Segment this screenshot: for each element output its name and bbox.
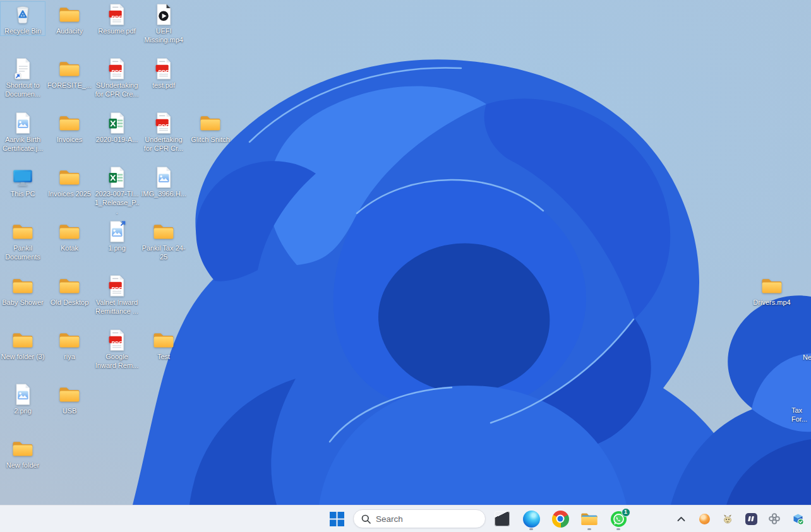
search-input[interactable] (376, 514, 471, 524)
show-hidden-icons-chevron[interactable] (674, 512, 688, 526)
tray-quotes-app[interactable] (744, 512, 758, 526)
running-indicator (616, 528, 620, 530)
desktop-icon-folder[interactable]: Kotak (47, 218, 92, 253)
taskbar-app-chrome[interactable] (548, 506, 573, 531)
taskbar-app-whatsapp[interactable]: 1 (606, 506, 631, 531)
desktop-icon-label: Shortcut to Documen... (1, 81, 45, 98)
folder-icon (761, 275, 783, 297)
folder-icon (59, 167, 80, 188)
desktop-icon-folder[interactable]: Old Desktop (47, 273, 92, 307)
image-file-icon (12, 384, 33, 405)
video-file-icon (153, 4, 174, 25)
desktop-icon-image[interactable]: IMG_3966.H... (141, 164, 186, 199)
desktop-icon-label: SUndertaking for CPR Cre... (95, 81, 139, 98)
desktop-icon-folder[interactable]: New folder (0, 435, 45, 470)
desktop-icon-pdf[interactable]: PDF Google Inward Rem... (94, 327, 140, 370)
tray-mascot-app[interactable] (721, 512, 735, 526)
desktop-icon-folder[interactable]: Pankil Tax 24-25 (141, 218, 186, 262)
tray-orange-search-app[interactable] (697, 512, 711, 526)
tray-clover-app[interactable] (767, 512, 781, 526)
desktop-icon-pdf[interactable]: PDF Undertaking for CPR Cr... (141, 110, 186, 153)
chrome-icon (552, 511, 569, 528)
pdf-file-icon: PDF (106, 4, 128, 25)
windows-logo-icon (330, 512, 344, 526)
desktop-icon-pdf[interactable]: PDF Valnet Inward Remittance ... (94, 273, 140, 316)
svg-text:PDF: PDF (112, 286, 123, 292)
desktop-icon-label: Invoices 2025 (48, 189, 91, 198)
desktop-icon-label: Glitch Snitch (191, 135, 230, 144)
folder-icon (59, 58, 80, 80)
desktop-icon-clipped[interactable]: Ne... (802, 349, 811, 362)
svg-text:PDF: PDF (112, 69, 123, 75)
taskbar-app-edge[interactable] (519, 506, 544, 531)
desktop-icon-image-shortcut[interactable]: 1.png (94, 218, 140, 253)
taskbar: 1 (0, 505, 811, 532)
desktop-icon-folder[interactable]: FORESITE_... (47, 56, 92, 90)
desktop-icon-excel[interactable]: 2023-007-TI... 1_Release_P... (94, 164, 140, 216)
desktop-icon-folder[interactable]: Baby Shower (0, 273, 45, 307)
desktop-icon-folder[interactable]: Drivers.mp4 (749, 273, 795, 307)
desktop-icon-folder[interactable]: Pankil Documents (0, 218, 45, 262)
desktop-icon-label: Baby Shower (2, 298, 43, 307)
orange-search-icon (699, 514, 710, 524)
desktop-icon-image[interactable]: 2.png (0, 381, 45, 416)
desktop-icon-label: New folder (3) (1, 352, 44, 361)
taskbar-app-window[interactable] (490, 506, 515, 531)
folder-icon (59, 112, 80, 134)
desktop-icon-pdf[interactable]: PDF Resume.pdf (94, 1, 140, 36)
taskbar-search[interactable] (353, 509, 486, 528)
taskbar-app-file-explorer[interactable] (577, 506, 602, 531)
folder-icon (59, 384, 80, 405)
desktop-icon-video[interactable]: UEFI Missing.mp4 (141, 1, 186, 45)
desktop-icon-label: Old Desktop (51, 298, 89, 307)
pdf-file-icon: PDF (106, 329, 128, 351)
desktop-icon-label: USB (63, 406, 77, 415)
desktop-icon-folder[interactable]: riya (47, 327, 92, 362)
desktop-icon-image[interactable]: Aarvik Birth Certificate.j... (0, 110, 45, 153)
desktop-icon-pdf[interactable]: PDF SUndertaking for CPR Cre... (94, 56, 140, 99)
desktop-icon-shortcut-document[interactable]: Shortcut to Documen... (0, 56, 45, 99)
whatsapp-notification-badge: 1 (622, 508, 630, 517)
desktop-icon-recycle-bin[interactable]: Recycle Bin (0, 1, 45, 36)
desktop-icon-folder[interactable]: USB (47, 381, 92, 416)
desktop-icon-folder[interactable]: Audacity (47, 1, 92, 36)
pdf-file-icon: PDF (153, 58, 174, 80)
taskbar-center-group: 1 (324, 505, 631, 532)
desktop-icon-folder[interactable]: New folder (3) (0, 327, 45, 362)
desktop-icon-label: Invoices (57, 135, 82, 144)
desktop-icon-folder[interactable]: Invoices (47, 110, 92, 145)
desktop-icon-label: Recycle Bin (4, 27, 41, 35)
desktop-icon-folder[interactable]: Invoices 2025 (47, 164, 92, 199)
desktop-icon-label: UEFI Missing.mp4 (141, 27, 186, 44)
tray-sync-cube-app[interactable] (791, 512, 805, 526)
desktop-icon-label: 2023-007-TI... 1_Release_P... (94, 189, 140, 216)
recycle-bin-icon (12, 4, 33, 25)
window-app-icon (495, 511, 510, 526)
desktop-icon-label: test.pdf (152, 81, 175, 90)
pdf-file-icon: PDF (106, 275, 128, 297)
desktop-icon-folder[interactable]: Test (141, 327, 186, 362)
desktop-icon-this-pc[interactable]: This PC (0, 164, 45, 199)
chevron-up-icon (677, 516, 685, 522)
pdf-file-icon: PDF (106, 58, 128, 80)
folder-icon (153, 221, 174, 242)
start-button[interactable] (324, 506, 349, 531)
svg-text:PDF: PDF (159, 123, 169, 129)
system-tray (674, 505, 805, 532)
shortcut-document-icon (12, 58, 33, 80)
desktop-icon-label: Kotak (61, 244, 78, 252)
sync-cube-check-icon (792, 513, 804, 525)
desktop-icon-clipped[interactable]: Tax For... (791, 402, 811, 424)
desktop-icon-pdf[interactable]: PDF test.pdf (141, 56, 186, 90)
desktop-icon-folder[interactable]: Glitch Snitch (188, 110, 233, 145)
folder-icon (59, 4, 80, 25)
svg-text:PDF: PDF (112, 15, 123, 21)
this-pc-icon (12, 167, 33, 188)
quotes-app-icon (745, 513, 757, 525)
search-icon (361, 514, 371, 524)
folder-icon (200, 112, 221, 134)
desktop-icon-excel[interactable]: 2020-019-A... (94, 110, 140, 145)
svg-text:PDF: PDF (112, 340, 123, 346)
desktop-icon-label: Resume.pdf (98, 27, 135, 35)
image-file-icon (12, 112, 33, 134)
